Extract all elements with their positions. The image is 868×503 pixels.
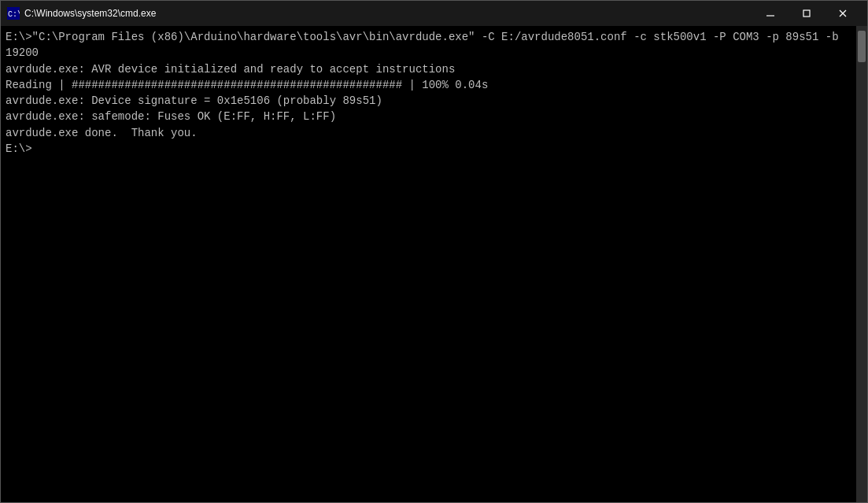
- minimize-button[interactable]: [752, 1, 789, 26]
- console-content[interactable]: E:\>"C:\Program Files (x86)\Arduino\hard…: [1, 26, 856, 502]
- title-bar: C:\ C:\Windows\system32\cmd.exe: [1, 1, 867, 26]
- window-title: C:\Windows\system32\cmd.exe: [24, 8, 752, 19]
- scrollbar[interactable]: [856, 26, 867, 502]
- console-line: Reading | ##############################…: [6, 77, 851, 93]
- close-button[interactable]: [825, 1, 861, 26]
- console-line: E:\>: [6, 141, 851, 157]
- console-line: avrdude.exe: safemode: Fuses OK (E:FF, H…: [6, 109, 851, 124]
- console-body: E:\>"C:\Program Files (x86)\Arduino\hard…: [1, 26, 867, 502]
- restore-button[interactable]: [789, 1, 825, 26]
- console-line: avrdude.exe: AVR device initialized and …: [6, 61, 851, 77]
- window-controls: [752, 1, 861, 26]
- svg-text:C:\: C:\: [8, 10, 20, 19]
- console-line: E:\>"C:\Program Files (x86)\Arduino\hard…: [6, 29, 851, 61]
- svg-rect-3: [803, 10, 810, 17]
- console-line: avrdude.exe done. Thank you.: [6, 125, 851, 141]
- console-line: avrdude.exe: Device signature = 0x1e5106…: [6, 93, 851, 109]
- scrollbar-thumb[interactable]: [858, 31, 866, 62]
- cmd-icon: C:\: [7, 7, 20, 20]
- cmd-window: C:\ C:\Windows\system32\cmd.exe: [0, 0, 868, 503]
